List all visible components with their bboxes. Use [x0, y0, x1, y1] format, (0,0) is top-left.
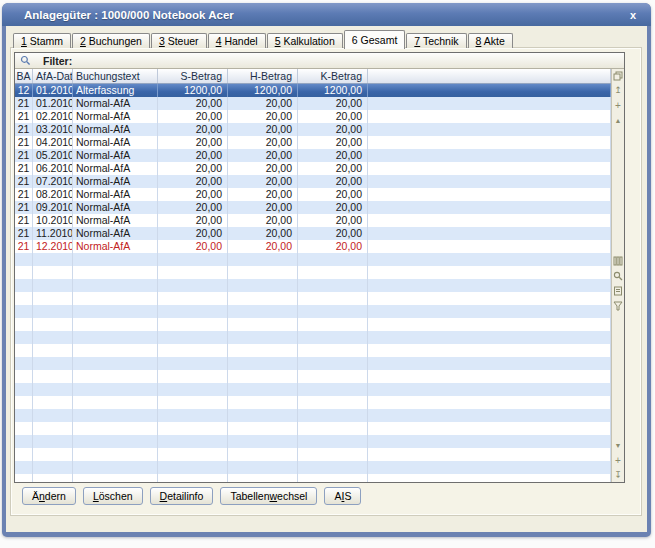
cell-h_betrag — [228, 331, 298, 344]
cell-afa_dat — [33, 305, 73, 318]
cell-filler — [368, 266, 611, 279]
table-row-empty[interactable] — [15, 292, 611, 305]
table-row[interactable]: 2106.2010Normal-AfA20,0020,0020,00 — [15, 162, 611, 175]
cell-s_betrag — [158, 474, 228, 482]
tab-steuer[interactable]: 3 Steuer — [151, 33, 207, 48]
search-icon[interactable] — [613, 270, 624, 281]
table-row[interactable]: 2107.2010Normal-AfA20,0020,0020,00 — [15, 175, 611, 188]
table-row-empty[interactable] — [15, 253, 611, 266]
table-row-empty[interactable] — [15, 435, 611, 448]
insert-row-icon[interactable]: + — [613, 100, 624, 111]
cell-filler — [368, 227, 611, 240]
filter-icon[interactable] — [613, 300, 624, 311]
table-row-empty[interactable] — [15, 357, 611, 370]
cell-k_betrag — [298, 331, 368, 344]
side-toolbar-top-group: ↥+▲ — [613, 70, 624, 126]
tab-gesamt[interactable]: 6 Gesamt — [344, 30, 406, 49]
ais-button[interactable]: AIS — [324, 487, 361, 505]
cell-afa_dat: 12.2010 — [33, 240, 73, 253]
loeschen-button[interactable]: Löschen — [83, 487, 143, 505]
table-row-empty[interactable] — [15, 461, 611, 474]
side-toolbar-bottom-group: ▼+↧ — [613, 440, 624, 481]
cell-afa_dat: 04.2010 — [33, 136, 73, 149]
cell-s_betrag — [158, 370, 228, 383]
cell-afa_dat: 10.2010 — [33, 214, 73, 227]
detailinfo-button[interactable]: Detailinfo — [150, 487, 214, 505]
scroll-up-icon[interactable]: ▲ — [613, 115, 624, 126]
cell-h_betrag — [228, 292, 298, 305]
cell-k_betrag: 20,00 — [298, 227, 368, 240]
cell-k_betrag: 20,00 — [298, 240, 368, 253]
table-row-empty[interactable] — [15, 396, 611, 409]
table-row[interactable]: 1201.2010Alterfassung1200,001200,001200,… — [15, 84, 611, 97]
table-row[interactable]: 2102.2010Normal-AfA20,0020,0020,00 — [15, 110, 611, 123]
aendern-button[interactable]: Ändern — [22, 487, 76, 505]
scroll-to-bottom-icon[interactable]: ↧ — [613, 470, 624, 481]
table-row[interactable]: 2105.2010Normal-AfA20,0020,0020,00 — [15, 149, 611, 162]
table-row-empty[interactable] — [15, 331, 611, 344]
table-row[interactable]: 2104.2010Normal-AfA20,0020,0020,00 — [15, 136, 611, 149]
cell-buchungstext — [73, 461, 158, 474]
cell-filler — [368, 188, 611, 201]
columns-icon[interactable] — [613, 255, 624, 266]
table-row[interactable]: 2103.2010Normal-AfA20,0020,0020,00 — [15, 123, 611, 136]
table-row-empty[interactable] — [15, 318, 611, 331]
column-header-filler[interactable] — [368, 69, 611, 83]
cell-ba: 21 — [15, 214, 33, 227]
table-row[interactable]: 2111.2010Normal-AfA20,0020,0020,00 — [15, 227, 611, 240]
cell-buchungstext — [73, 409, 158, 422]
column-header-buchungstext[interactable]: Buchungstext — [73, 69, 158, 83]
tab-technik[interactable]: 7 Technik — [406, 33, 466, 48]
cell-k_betrag: 1200,00 — [298, 84, 368, 97]
cell-k_betrag — [298, 383, 368, 396]
table-row[interactable]: 2101.2010Normal-AfA20,0020,0020,00 — [15, 97, 611, 110]
column-header-s_betrag[interactable]: S-Betrag — [158, 69, 228, 83]
column-header-ba[interactable]: BA — [15, 69, 33, 83]
tab-buchungen[interactable]: 2 Buchungen — [72, 33, 150, 48]
cell-buchungstext: Normal-AfA — [73, 162, 158, 175]
cell-k_betrag — [298, 396, 368, 409]
tab-handel[interactable]: 4 Handel — [208, 33, 266, 48]
side-toolbar-middle-group — [613, 255, 624, 311]
table-row-empty[interactable] — [15, 383, 611, 396]
column-header-afa_dat[interactable]: AfA-Dat — [33, 69, 73, 83]
table-row[interactable]: 2110.2010Normal-AfA20,0020,0020,00 — [15, 214, 611, 227]
table-row-empty[interactable] — [15, 422, 611, 435]
table-row[interactable]: 2112.2010Normal-AfA20,0020,0020,00 — [15, 240, 611, 253]
cell-afa_dat — [33, 383, 73, 396]
cell-filler — [368, 253, 611, 266]
cell-k_betrag — [298, 409, 368, 422]
cell-filler — [368, 214, 611, 227]
search-icon[interactable] — [20, 55, 31, 66]
tab-stamm[interactable]: 1 Stamm — [13, 33, 71, 48]
table-row[interactable]: 2108.2010Normal-AfA20,0020,0020,00 — [15, 188, 611, 201]
tab-akte[interactable]: 8 Akte — [468, 33, 513, 48]
tab-kalkulation[interactable]: 5 Kalkulation — [267, 33, 343, 48]
table-row-empty[interactable] — [15, 448, 611, 461]
cell-s_betrag — [158, 344, 228, 357]
table-row-empty[interactable] — [15, 279, 611, 292]
scroll-down-icon[interactable]: ▼ — [613, 440, 624, 451]
table-row-empty[interactable] — [15, 344, 611, 357]
table-row-empty[interactable] — [15, 474, 611, 482]
append-row-icon[interactable]: + — [613, 455, 624, 466]
column-header-k_betrag[interactable]: K-Betrag — [298, 69, 368, 83]
table-row-empty[interactable] — [15, 370, 611, 383]
cell-ba — [15, 266, 33, 279]
cell-buchungstext: Normal-AfA — [73, 175, 158, 188]
table-row-empty[interactable] — [15, 266, 611, 279]
table-row-empty[interactable] — [15, 409, 611, 422]
cell-filler — [368, 84, 611, 97]
table-row-empty[interactable] — [15, 305, 611, 318]
cell-filler — [368, 318, 611, 331]
cell-ba: 21 — [15, 240, 33, 253]
table-row[interactable]: 2109.2010Normal-AfA20,0020,0020,00 — [15, 201, 611, 214]
close-button[interactable]: x — [625, 9, 641, 21]
column-header-h_betrag[interactable]: H-Betrag — [228, 69, 298, 83]
cell-buchungstext: Normal-AfA — [73, 188, 158, 201]
scroll-to-top-icon[interactable]: ↥ — [613, 85, 624, 96]
copy-icon[interactable] — [613, 70, 624, 81]
export-icon[interactable] — [613, 285, 624, 296]
cell-buchungstext — [73, 331, 158, 344]
tabellenwechsel-button[interactable]: Tabellenwechsel — [220, 487, 317, 505]
